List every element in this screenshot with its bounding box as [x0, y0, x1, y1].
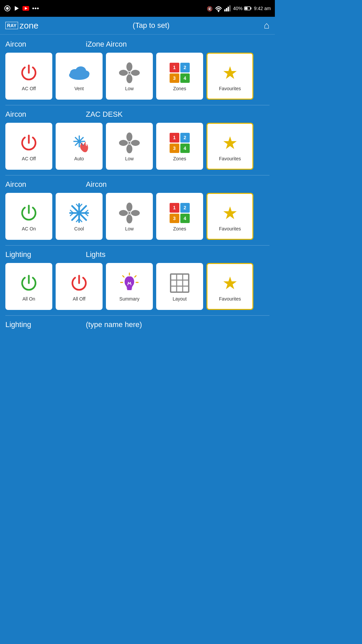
low-button-1[interactable]: Low	[106, 53, 153, 100]
fav-label-3: Favourites	[219, 226, 241, 231]
section-izone-grid: AC Off Vent	[5, 53, 269, 100]
section-aircon2-left-label: Aircon	[5, 180, 59, 189]
section-lights-left-label: Lighting	[5, 250, 59, 259]
svg-point-28	[128, 72, 130, 74]
svg-point-9	[218, 11, 219, 12]
all-on-label-1: All On	[22, 296, 35, 302]
summary-label-1: Summary	[119, 296, 139, 302]
svg-rect-67	[127, 289, 132, 290]
logo-zone: zone	[19, 20, 38, 31]
favourites-button-2[interactable]: ★ Favourites	[206, 123, 253, 170]
svg-point-24	[131, 70, 140, 76]
svg-point-6	[35, 8, 37, 9]
ac-off-button-1[interactable]: AC Off	[5, 53, 52, 100]
all-off-button-1[interactable]: All Off	[56, 263, 103, 310]
low-button-3[interactable]: Low	[106, 193, 153, 240]
section-zac-right-label: ZAC DESK	[86, 110, 269, 119]
zones-button-2[interactable]: 1 2 3 4 Zones	[156, 123, 203, 170]
status-bar-left	[4, 5, 39, 12]
layout-label-1: Layout	[173, 296, 187, 302]
section-lights: Lighting Lights All On	[5, 250, 269, 310]
svg-point-53	[77, 211, 81, 215]
section-zac-header: Aircon ZAC DESK	[5, 110, 269, 119]
zones-button-1[interactable]: 1 2 3 4 Zones	[156, 53, 203, 100]
svg-text:🔇: 🔇	[207, 6, 213, 12]
auto-icon-1	[67, 131, 91, 155]
auto-button-1[interactable]: Auto	[56, 123, 103, 170]
ac-off-button-2[interactable]: AC Off	[5, 123, 52, 170]
layout-icon-1	[168, 271, 191, 295]
section-aircon2-right-label: Aircon	[86, 180, 269, 189]
power-on-icon-1	[17, 201, 41, 225]
star-icon-3: ★	[218, 201, 242, 225]
svg-rect-66	[127, 287, 132, 289]
mute-icon: 🔇	[207, 5, 213, 11]
battery-icon	[244, 6, 252, 11]
low-label-2: Low	[125, 156, 134, 161]
status-bar-right: 🔇 40% 9:42 am	[207, 5, 271, 11]
vent-button-1[interactable]: Vent	[56, 53, 103, 100]
logo-ray: RAY	[5, 22, 18, 29]
svg-point-26	[119, 70, 128, 76]
status-bar: 🔇 40% 9:42 am	[0, 0, 275, 17]
zones-label-1: Zones	[173, 86, 186, 91]
section-lights-grid: All On All Off	[5, 263, 269, 310]
fav-label-4: Favourites	[219, 296, 241, 302]
cool-button-1[interactable]: Cool	[56, 193, 103, 240]
svg-point-37	[126, 145, 132, 153]
ac-off-label-2: AC Off	[22, 156, 36, 161]
power-on-icon-2	[17, 271, 41, 295]
fan-icon-3	[118, 201, 141, 225]
svg-rect-13	[229, 5, 231, 11]
home-icon[interactable]: ⌂	[264, 20, 269, 31]
section-partial-left-label: Lighting	[5, 320, 59, 329]
divider-1	[5, 105, 269, 105]
svg-point-33	[78, 140, 80, 143]
summary-button-1[interactable]: Summary	[106, 263, 153, 310]
svg-point-38	[119, 140, 128, 146]
svg-point-25	[126, 74, 132, 83]
vent-label-1: Vent	[74, 86, 84, 91]
zones-label-3: Zones	[173, 226, 186, 231]
star-icon-4: ★	[218, 271, 242, 295]
fav-label-1: Favourites	[219, 86, 241, 91]
svg-point-35	[126, 132, 132, 141]
layout-button-1[interactable]: Layout	[156, 263, 203, 310]
divider-4	[5, 315, 269, 316]
zones-label-2: Zones	[173, 156, 186, 161]
favourites-button-1[interactable]: ★ Favourites	[206, 53, 253, 100]
power-off-icon-2	[17, 131, 41, 155]
svg-rect-10	[224, 9, 226, 11]
svg-rect-68	[171, 274, 189, 292]
svg-point-40	[128, 142, 130, 144]
section-partial-right-label: (type name here)	[86, 320, 269, 329]
section-izone-left-label: Aircon	[5, 40, 59, 49]
cloud-icon-1	[67, 61, 91, 85]
svg-point-36	[131, 140, 140, 146]
all-off-label-1: All Off	[73, 296, 85, 302]
zones-button-3[interactable]: 1 2 3 4 Zones	[156, 193, 203, 240]
zones-icon-2: 1 2 3 4	[168, 131, 191, 155]
auto-label-1: Auto	[74, 156, 84, 161]
svg-point-56	[131, 210, 140, 216]
app-logo: RAY zone	[5, 20, 39, 31]
favourites-button-3[interactable]: ★ Favourites	[206, 193, 253, 240]
svg-line-63	[123, 276, 124, 277]
section-lights-right-label: Lights	[86, 250, 269, 259]
section-aircon2: Aircon Aircon AC On	[5, 180, 269, 240]
main-content: Aircon iZone Aircon AC Off	[0, 35, 275, 338]
low-button-2[interactable]: Low	[106, 123, 153, 170]
ac-on-button-1[interactable]: AC On	[5, 193, 52, 240]
svg-rect-16	[245, 7, 248, 10]
favourites-button-4[interactable]: ★ Favourites	[206, 263, 253, 310]
zones-icon-1: 1 2 3 4	[168, 61, 191, 85]
svg-point-55	[126, 203, 132, 211]
all-on-button-1[interactable]: All On	[5, 263, 52, 310]
divider-3	[5, 245, 269, 246]
zones-icon-3: 1 2 3 4	[168, 201, 191, 225]
low-label-3: Low	[125, 226, 134, 231]
power-off-icon-3	[67, 271, 91, 295]
header-title: (Tap to set)	[133, 21, 170, 30]
cool-label-1: Cool	[74, 226, 84, 231]
star-icon-2: ★	[218, 131, 242, 155]
